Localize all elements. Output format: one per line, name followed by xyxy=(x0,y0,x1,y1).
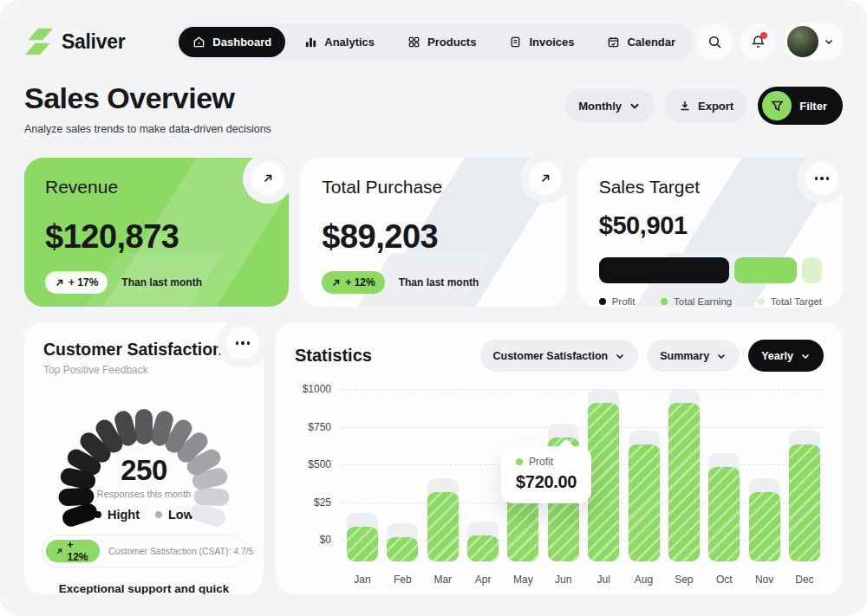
ellipsis-icon xyxy=(236,341,251,345)
legend-label: Hight xyxy=(108,508,140,522)
statistics-filters: Customer Satisfaction Summary Yearly xyxy=(480,340,825,372)
trend-up-icon xyxy=(55,547,62,556)
satisfaction-gauge: 250 Responses this month xyxy=(45,390,243,496)
x-tick-label: Jul xyxy=(596,574,610,586)
purchase-open-button[interactable] xyxy=(529,162,562,195)
delta-badge: + 12% xyxy=(322,271,384,294)
bar[interactable] xyxy=(427,492,459,561)
x-tick-label: Nov xyxy=(755,574,773,586)
delta-badge: + 17% xyxy=(45,271,108,294)
grid-icon xyxy=(407,36,420,49)
statistics-chart: $1000$750$500$25$0 JanFebMarAprMayJunJul… xyxy=(295,384,824,586)
satisfaction-menu-button[interactable] xyxy=(226,327,259,360)
tooltip-series-label: Profit xyxy=(529,456,553,468)
statistics-card: Statistics Customer Satisfaction Summary… xyxy=(276,322,843,594)
range-dropdown[interactable]: Yearly xyxy=(748,340,824,372)
card-value: $120,873 xyxy=(45,218,268,256)
tooltip-series: Profit xyxy=(516,456,577,468)
x-tick-label: Feb xyxy=(394,574,412,586)
x-tick-label: Jan xyxy=(354,574,370,586)
card-title: Statistics xyxy=(295,346,372,366)
bar[interactable] xyxy=(789,444,820,561)
chart-column-nov[interactable]: Nov xyxy=(749,384,780,586)
x-tick-label: May xyxy=(513,574,533,586)
metric-dropdown[interactable]: Customer Satisfaction xyxy=(480,340,639,372)
gauge-segment xyxy=(135,409,153,444)
search-button[interactable] xyxy=(697,24,733,60)
satisfaction-footer: Exceptional support and quick responses xyxy=(38,582,250,594)
calendar-icon xyxy=(607,36,620,49)
card-footer: + 12% Than last month xyxy=(322,271,544,294)
chart-column-sep[interactable]: Sep xyxy=(668,384,700,586)
revenue-card: Revenue $120,873 + 17% Than last month xyxy=(24,158,289,307)
x-tick-label: Apr xyxy=(475,574,492,586)
chevron-down-icon xyxy=(716,351,727,361)
nav-item-analytics[interactable]: Analytics xyxy=(290,27,388,57)
trend-up-icon xyxy=(331,278,341,288)
export-button[interactable]: Export xyxy=(665,89,747,122)
bar[interactable] xyxy=(467,535,499,561)
sales-target-menu-button[interactable] xyxy=(805,162,838,195)
gauge-value: 250 xyxy=(45,454,243,487)
nav-item-calendar[interactable]: Calendar xyxy=(593,27,689,57)
total-purchase-card: Total Purchase $89,203 + 12% Than last m… xyxy=(301,158,565,307)
period-dropdown[interactable]: Monthly xyxy=(564,89,655,122)
topbar: Saliver Dashboard Analytics Prod xyxy=(0,0,867,61)
customer-satisfaction-card: Customer Satisfaction Top Positive Feedb… xyxy=(24,322,264,594)
csat-text: Customer Satisfaction (CSAT): 4.7/5 xyxy=(108,547,253,556)
legend-item: Profit xyxy=(599,296,636,307)
home-icon xyxy=(192,36,205,49)
brand[interactable]: Saliver xyxy=(24,27,125,56)
funnel-icon xyxy=(771,100,784,113)
bar[interactable] xyxy=(629,444,660,561)
csat-delta-badge: + 12% xyxy=(46,540,100,562)
chart-plot: JanFebMarAprMayJunJulAugSepOctNovDec Pro… xyxy=(338,384,824,586)
chart-column-aug[interactable]: Aug xyxy=(629,384,660,586)
bar[interactable] xyxy=(588,403,619,561)
search-icon xyxy=(707,35,722,49)
notifications-button[interactable] xyxy=(740,24,776,60)
chart-column-apr[interactable]: Apr xyxy=(467,384,499,586)
nav-item-products[interactable]: Products xyxy=(394,27,490,57)
csat-delta-value: + 12% xyxy=(67,539,90,563)
delta-note: Than last month xyxy=(399,276,479,289)
kpi-cards-row: Revenue $120,873 + 17% Than last month T… xyxy=(0,135,867,307)
chart-column-feb[interactable]: Feb xyxy=(387,384,418,586)
user-menu[interactable] xyxy=(784,23,843,61)
page-header-text: Sales Overview Analyze sales trends to m… xyxy=(24,81,271,135)
revenue-open-button[interactable] xyxy=(251,162,284,195)
chevron-down-icon xyxy=(824,36,834,47)
bar[interactable] xyxy=(749,492,780,561)
chart-tooltip: Profit $720.00 xyxy=(501,446,591,503)
range-label: Yearly xyxy=(761,350,793,362)
nav-item-dashboard[interactable]: Dashboard xyxy=(179,27,285,57)
chart-column-jan[interactable]: Jan xyxy=(347,384,378,586)
chart-column-dec[interactable]: Dec xyxy=(789,384,820,586)
y-tick-label: $750 xyxy=(308,421,331,433)
summary-dropdown[interactable]: Summary xyxy=(647,340,740,372)
nav-label: Invoices xyxy=(529,36,574,49)
x-tick-label: Mar xyxy=(434,574,452,586)
page-title: Sales Overview xyxy=(24,81,271,115)
x-tick-label: Sep xyxy=(675,574,693,586)
bar[interactable] xyxy=(708,467,740,561)
dashboard-app: Saliver Dashboard Analytics Prod xyxy=(0,0,867,616)
sales-target-card: Sales Target $50,901 ProfitTotal Earning… xyxy=(578,158,843,307)
card-title: Revenue xyxy=(45,177,268,198)
bar[interactable] xyxy=(387,537,418,561)
period-label: Monthly xyxy=(578,100,622,113)
y-tick-label: $25 xyxy=(314,496,331,509)
chart-column-oct[interactable]: Oct xyxy=(708,384,740,586)
download-icon xyxy=(679,100,691,112)
chart-column-jul[interactable]: Jul xyxy=(588,384,619,586)
bar[interactable] xyxy=(347,527,378,561)
filter-button[interactable]: Filter xyxy=(758,87,843,125)
chart-column-mar[interactable]: Mar xyxy=(427,384,459,586)
nav-item-invoices[interactable]: Invoices xyxy=(495,27,588,57)
sales-target-legend: ProfitTotal EarningTotal Target xyxy=(599,296,822,307)
bar[interactable] xyxy=(668,403,700,561)
page-subtitle: Analyze sales trends to make data-driven… xyxy=(24,123,271,135)
card-title: Sales Target xyxy=(599,177,822,198)
x-tick-label: Dec xyxy=(795,574,813,586)
page-header: Sales Overview Analyze sales trends to m… xyxy=(0,61,867,135)
